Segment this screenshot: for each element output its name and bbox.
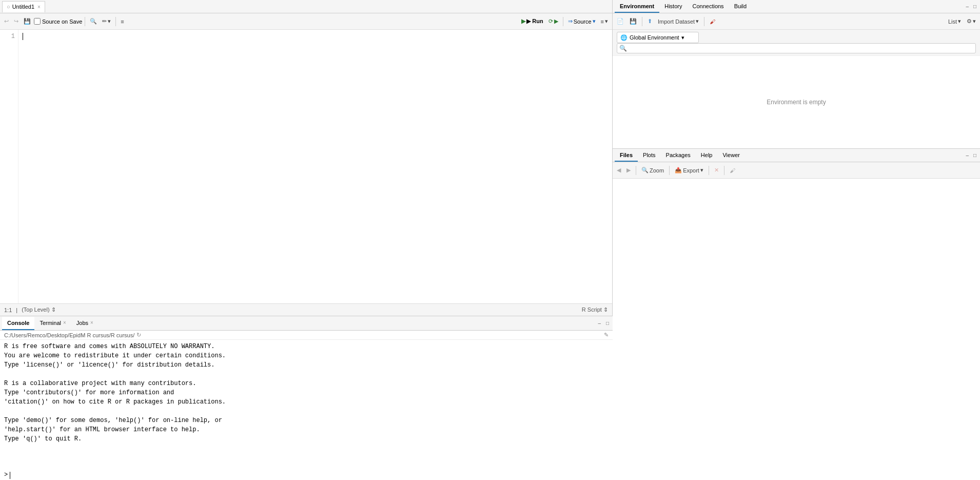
env-list-btn[interactable]: List ▾ bbox=[946, 17, 963, 26]
console-maximize-btn[interactable]: □ bbox=[604, 320, 611, 327]
source-on-save-checkbox[interactable] bbox=[34, 18, 41, 25]
import-dataset-btn[interactable]: Import Dataset ▾ bbox=[656, 17, 701, 26]
context-dropdown-icon[interactable]: ⇕ bbox=[51, 306, 56, 313]
console-path-bar: C:/Users/Remco/Desktop/EpidM R cursus/R … bbox=[0, 331, 613, 340]
env-search: 🔍 bbox=[617, 43, 976, 53]
jobs-tab-label: Jobs bbox=[76, 320, 88, 326]
toolbar-sep-1 bbox=[85, 17, 85, 26]
console-tabs-bar: Console Terminal × Jobs × – □ bbox=[0, 316, 613, 331]
line-numbers: 1 bbox=[0, 30, 18, 303]
source-icon: ⇒ bbox=[568, 18, 573, 25]
env-settings-btn[interactable]: ⚙ ▾ bbox=[965, 17, 978, 26]
right-bottom-maximize-btn[interactable]: □ bbox=[972, 152, 978, 159]
line-number-1: 1 bbox=[0, 32, 18, 41]
tab-packages[interactable]: Packages bbox=[661, 149, 696, 162]
source-on-save-label[interactable]: Source on Save bbox=[34, 18, 82, 25]
brush-plot-btn[interactable]: 🖌 bbox=[728, 166, 737, 175]
plots-back-btn[interactable]: ◀ bbox=[615, 166, 623, 175]
env-save-btn[interactable]: 💾 bbox=[628, 17, 639, 26]
export-btn[interactable]: 📤 Export ▾ bbox=[673, 166, 705, 175]
tab-connections[interactable]: Connections bbox=[687, 1, 729, 13]
terminal-tab-close[interactable]: × bbox=[63, 320, 66, 325]
delete-plot-btn[interactable]: ✕ bbox=[712, 166, 721, 175]
right-bottom-minimize-btn[interactable]: – bbox=[964, 152, 970, 159]
run-button[interactable]: ▶ ▶ Run bbox=[519, 17, 545, 26]
forward-icon: ▶ bbox=[626, 167, 631, 174]
jobs-tab-close[interactable]: × bbox=[90, 320, 93, 325]
env-brush-btn[interactable]: 🖌 bbox=[708, 17, 717, 26]
env-settings-icon: ⚙ bbox=[967, 18, 972, 25]
env-load-icon-btn[interactable]: ⬆ bbox=[645, 17, 654, 26]
right-top-maximize-btn[interactable]: □ bbox=[972, 3, 978, 10]
tab-label: Untitled1 bbox=[12, 4, 34, 10]
right-bottom-pane: Files Plots Packages Help Viewer – □ bbox=[613, 149, 980, 480]
align-button[interactable]: ≡ ▾ bbox=[599, 17, 610, 26]
code-icon: ✏ bbox=[102, 18, 107, 25]
editor-toolbar: ↩ ↪ 💾 Source on Save 🔍 ✏ ▾ bbox=[0, 13, 612, 30]
save-icon: 💾 bbox=[24, 18, 31, 25]
history-tab-label: History bbox=[664, 3, 682, 9]
file-type-dropdown-icon[interactable]: ⇕ bbox=[603, 306, 608, 313]
undo-icon: ↩ bbox=[4, 18, 9, 25]
search-button[interactable]: 🔍 bbox=[88, 17, 99, 26]
console-prompt-line[interactable]: > bbox=[0, 470, 613, 480]
right-top-minimize-btn[interactable]: – bbox=[964, 3, 970, 10]
plots-sep-2 bbox=[669, 166, 670, 175]
tab-files[interactable]: Files bbox=[615, 149, 638, 162]
format-button[interactable]: ≡ bbox=[119, 17, 126, 26]
tab-help[interactable]: Help bbox=[696, 149, 718, 162]
terminal-tab-label: Terminal bbox=[40, 320, 61, 326]
save-button[interactable]: 💾 bbox=[22, 17, 33, 26]
file-icon: ○ bbox=[7, 4, 10, 10]
plots-tab-label: Plots bbox=[643, 152, 655, 158]
console-clear-icon[interactable]: ✎ bbox=[604, 332, 609, 338]
env-search-input[interactable] bbox=[629, 45, 670, 51]
tab-history[interactable]: History bbox=[659, 1, 687, 13]
editor-statusbar: 1:1 | (Top Level) ⇕ R Script ⇕ bbox=[0, 303, 612, 316]
tab-viewer[interactable]: Viewer bbox=[717, 149, 744, 162]
zoom-btn[interactable]: 🔍 Zoom bbox=[639, 166, 666, 175]
zoom-label: Zoom bbox=[650, 167, 664, 174]
right-top-pane: Environment History Connections Build – … bbox=[613, 0, 980, 149]
run-icon: ▶ bbox=[521, 18, 525, 25]
file-type-label: R Script ⇕ bbox=[582, 306, 608, 313]
export-dropdown-icon: ▾ bbox=[700, 167, 703, 174]
tab-plots[interactable]: Plots bbox=[638, 149, 660, 162]
global-env-dropdown[interactable]: 🌐 Global Environment ▾ bbox=[617, 32, 699, 43]
undo-button[interactable]: ↩ bbox=[2, 17, 11, 26]
console-minimize-btn[interactable]: – bbox=[596, 320, 602, 327]
env-dropdown-arrow: ▾ bbox=[681, 34, 684, 41]
prompt-symbol: > bbox=[4, 471, 8, 478]
rerun-arrow: ▶ bbox=[554, 18, 558, 25]
cursor-position: 1:1 bbox=[4, 307, 12, 313]
rerun-button[interactable]: ⟳ ▶ bbox=[546, 17, 560, 26]
import-dropdown-icon: ▾ bbox=[696, 18, 699, 25]
env-load-icon: ⬆ bbox=[648, 18, 652, 25]
tab-terminal[interactable]: Terminal × bbox=[34, 317, 71, 330]
tab-close-btn[interactable]: × bbox=[37, 4, 41, 10]
editor-tab-untitled1[interactable]: ○ Untitled1 × bbox=[2, 1, 45, 12]
export-icon: 📤 bbox=[675, 167, 682, 174]
source-dropdown-icon: ▾ bbox=[593, 18, 596, 25]
connections-tab-label: Connections bbox=[692, 3, 723, 9]
code-tools-button[interactable]: ✏ ▾ bbox=[100, 17, 113, 26]
console-pane: Console Terminal × Jobs × – □ C:/Users/R… bbox=[0, 316, 613, 480]
tab-environment[interactable]: Environment bbox=[615, 1, 659, 13]
env-sep-1 bbox=[642, 17, 642, 26]
tab-console[interactable]: Console bbox=[2, 317, 34, 330]
run-label: ▶ Run bbox=[526, 18, 543, 25]
viewer-tab-label: Viewer bbox=[722, 152, 739, 158]
env-new-btn[interactable]: 📄 bbox=[615, 17, 626, 26]
env-globe-icon: 🌐 bbox=[620, 34, 628, 41]
tab-jobs[interactable]: Jobs × bbox=[71, 317, 99, 330]
path-refresh-icon[interactable]: ↻ bbox=[136, 332, 141, 338]
import-label: Import Dataset bbox=[658, 18, 695, 25]
redo-button[interactable]: ↪ bbox=[12, 17, 21, 26]
plots-sep-3 bbox=[709, 166, 709, 175]
source-button[interactable]: ⇒ Source ▾ bbox=[566, 17, 598, 26]
align-dropdown-icon: ▾ bbox=[605, 18, 608, 25]
env-brush-icon: 🖌 bbox=[710, 18, 715, 25]
search-icon: 🔍 bbox=[90, 18, 97, 25]
tab-build[interactable]: Build bbox=[729, 1, 752, 13]
plots-forward-btn[interactable]: ▶ bbox=[624, 166, 633, 175]
